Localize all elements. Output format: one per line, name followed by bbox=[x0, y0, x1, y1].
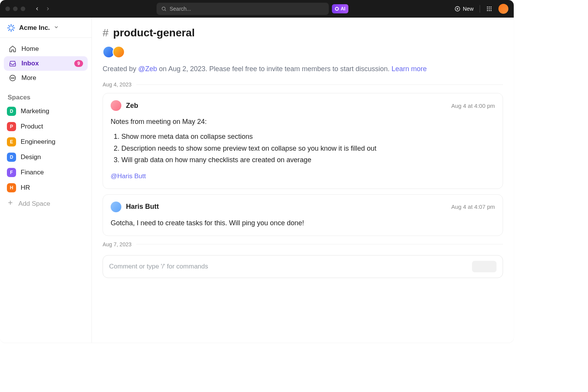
nav-home[interactable]: Home bbox=[4, 42, 88, 56]
sidebar-space-item[interactable]: DDesign bbox=[0, 150, 91, 165]
space-label: Design bbox=[21, 153, 41, 161]
svg-point-13 bbox=[490, 10, 492, 11]
close-window-icon[interactable] bbox=[5, 7, 10, 11]
svg-point-5 bbox=[487, 7, 488, 8]
workspace-switcher[interactable]: Acme Inc. bbox=[0, 18, 91, 38]
member-avatars[interactable] bbox=[103, 46, 503, 58]
avatar[interactable] bbox=[111, 100, 121, 111]
svg-line-1 bbox=[165, 10, 166, 11]
avatar bbox=[113, 46, 125, 58]
search-placeholder: Search... bbox=[170, 6, 191, 12]
sidebar-space-item[interactable]: EEngineering bbox=[0, 134, 91, 150]
space-icon: E bbox=[7, 137, 16, 146]
sidebar-space-item[interactable]: HHR bbox=[0, 180, 91, 195]
list-item: Description needs to show some preview t… bbox=[121, 143, 495, 154]
ai-button[interactable]: AI bbox=[332, 4, 348, 13]
workspace-logo-icon bbox=[7, 24, 15, 32]
sidebar-space-item[interactable]: DMarketing bbox=[0, 104, 91, 119]
avatar[interactable] bbox=[111, 202, 121, 212]
date-separator: Aug 7, 2023 bbox=[103, 241, 503, 247]
main-content: # product-general Created by @Zeb on Aug… bbox=[92, 18, 514, 343]
sidebar-space-item[interactable]: FFinance bbox=[0, 165, 91, 180]
minimize-window-icon[interactable] bbox=[13, 7, 18, 11]
svg-point-7 bbox=[490, 7, 492, 8]
spaces-heading: Spaces bbox=[0, 87, 91, 104]
svg-point-12 bbox=[489, 10, 490, 11]
inbox-badge: 9 bbox=[74, 60, 83, 67]
svg-point-11 bbox=[487, 10, 488, 11]
channel-description: Created by @Zeb on Aug 2, 2023. Please f… bbox=[103, 65, 503, 73]
workspace-name: Acme Inc. bbox=[19, 24, 50, 32]
nav-more[interactable]: More bbox=[4, 71, 88, 85]
svg-point-10 bbox=[490, 8, 492, 10]
add-space-button[interactable]: Add Space bbox=[0, 195, 91, 212]
svg-line-18 bbox=[9, 26, 10, 27]
maximize-window-icon[interactable] bbox=[21, 7, 25, 11]
message-author[interactable]: Haris Butt bbox=[126, 203, 159, 211]
message-timestamp: Aug 4 at 4:07 pm bbox=[451, 203, 495, 210]
nav-inbox[interactable]: Inbox 9 bbox=[4, 56, 88, 71]
ai-icon bbox=[335, 7, 339, 11]
app-window: Search... AI New bbox=[0, 0, 514, 343]
sidebar-space-item[interactable]: PProduct bbox=[0, 119, 91, 134]
channel-name: product-general bbox=[113, 27, 195, 39]
forward-button[interactable] bbox=[45, 6, 51, 11]
message-author[interactable]: Zeb bbox=[126, 102, 138, 110]
space-icon: H bbox=[7, 183, 16, 192]
message: Zeb Aug 4 at 4:00 pm Notes from meeting … bbox=[103, 93, 503, 189]
home-icon bbox=[8, 45, 17, 53]
svg-point-24 bbox=[12, 78, 13, 78]
search-icon bbox=[161, 6, 167, 11]
svg-point-8 bbox=[487, 8, 488, 10]
list-item: Show more meta data on collapse sections bbox=[121, 131, 495, 142]
svg-point-0 bbox=[162, 7, 165, 10]
message-body: Gotcha, I need to create tasks for this.… bbox=[111, 218, 495, 229]
more-icon bbox=[8, 74, 17, 82]
channel-header: # product-general bbox=[103, 24, 503, 42]
message-timestamp: Aug 4 at 4:00 pm bbox=[451, 102, 495, 109]
sidebar: Acme Inc. Home Inbox 9 bbox=[0, 18, 92, 343]
space-label: Product bbox=[21, 123, 43, 130]
plus-icon bbox=[7, 199, 14, 208]
send-button[interactable] bbox=[472, 261, 497, 272]
user-mention[interactable]: @Zeb bbox=[138, 65, 157, 73]
inbox-icon bbox=[8, 60, 17, 67]
space-label: Finance bbox=[21, 169, 44, 176]
space-label: HR bbox=[21, 184, 30, 192]
topbar: Search... AI New bbox=[0, 0, 514, 18]
svg-point-23 bbox=[11, 78, 12, 78]
space-label: Marketing bbox=[21, 107, 49, 115]
svg-line-20 bbox=[9, 29, 10, 30]
back-button[interactable] bbox=[34, 6, 40, 11]
date-separator: Aug 4, 2023 bbox=[103, 81, 503, 88]
new-button[interactable]: New bbox=[454, 6, 474, 12]
space-icon: P bbox=[7, 122, 16, 131]
space-icon: F bbox=[7, 168, 16, 177]
svg-line-21 bbox=[12, 26, 13, 27]
space-icon: D bbox=[7, 153, 16, 162]
user-mention[interactable]: @Haris Butt bbox=[111, 171, 146, 181]
svg-line-19 bbox=[12, 29, 13, 30]
svg-point-6 bbox=[489, 7, 490, 8]
message-body: Notes from meeting on May 24: Show more … bbox=[111, 116, 495, 182]
hash-icon: # bbox=[103, 27, 109, 39]
list-item: Will grab data on how many checklists ar… bbox=[121, 155, 495, 166]
learn-more-link[interactable]: Learn more bbox=[392, 65, 427, 73]
space-label: Engineering bbox=[21, 138, 56, 146]
search-input[interactable]: Search... bbox=[157, 3, 329, 15]
comment-input[interactable]: Comment or type '/' for commands bbox=[103, 255, 503, 278]
user-avatar[interactable] bbox=[498, 4, 508, 14]
window-controls[interactable] bbox=[5, 7, 25, 11]
chevron-down-icon bbox=[54, 24, 59, 32]
plus-circle-icon bbox=[454, 6, 461, 12]
apps-grid-icon[interactable] bbox=[486, 6, 492, 12]
divider bbox=[480, 5, 480, 13]
composer-placeholder: Comment or type '/' for commands bbox=[109, 263, 208, 270]
message: Haris Butt Aug 4 at 4:07 pm Gotcha, I ne… bbox=[103, 194, 503, 236]
svg-point-25 bbox=[14, 78, 15, 78]
space-icon: D bbox=[7, 107, 16, 116]
svg-point-9 bbox=[489, 8, 490, 10]
